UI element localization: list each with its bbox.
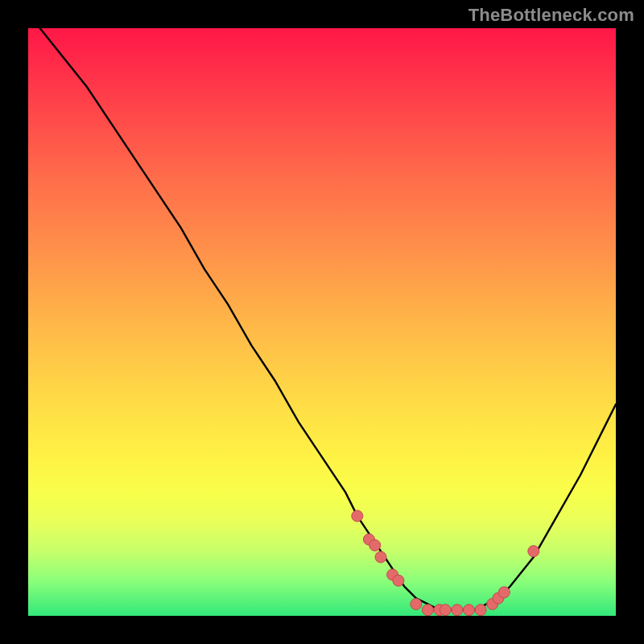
data-marker bbox=[452, 605, 463, 616]
gradient-plot-area bbox=[28, 28, 616, 616]
data-marker bbox=[422, 605, 433, 616]
watermark-text: TheBottleneck.com bbox=[469, 5, 634, 26]
marker-group bbox=[352, 510, 539, 616]
bottleneck-curve bbox=[40, 28, 616, 610]
data-marker bbox=[464, 605, 475, 616]
data-marker bbox=[475, 605, 486, 616]
data-marker bbox=[352, 510, 363, 522]
outer-frame: TheBottleneck.com bbox=[0, 0, 644, 644]
curve-layer bbox=[28, 28, 616, 616]
data-marker bbox=[498, 587, 510, 598]
data-marker bbox=[440, 605, 451, 616]
data-marker bbox=[528, 546, 539, 557]
data-marker bbox=[375, 551, 386, 563]
data-marker bbox=[411, 598, 422, 609]
data-marker bbox=[393, 575, 404, 586]
data-marker bbox=[369, 539, 381, 551]
